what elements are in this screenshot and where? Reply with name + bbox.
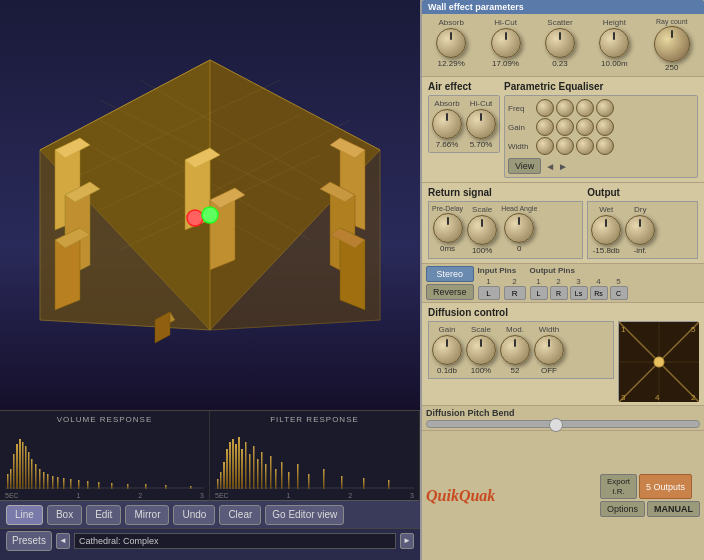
head-angle-label: Head Angle: [501, 205, 537, 212]
svg-rect-73: [270, 456, 272, 489]
eq-gain-knob4[interactable]: [596, 118, 614, 136]
clear-button[interactable]: Clear: [219, 505, 261, 525]
air-hicut-value: 5.70%: [470, 140, 493, 149]
hicut-control: Hi-Cut 17.09%: [491, 18, 521, 72]
svg-rect-61: [226, 449, 228, 489]
options-button[interactable]: Options: [600, 501, 645, 517]
svg-rect-36: [19, 439, 21, 489]
undo-button[interactable]: Undo: [173, 505, 215, 525]
pitch-bend-slider[interactable]: [426, 420, 700, 428]
mirror-button[interactable]: Mirror: [125, 505, 169, 525]
air-hicut-control: Hi-Cut 5.70%: [466, 99, 496, 149]
svg-point-30: [187, 210, 203, 226]
manual-button[interactable]: MANUAL: [647, 501, 700, 517]
volume-response-title: VOLUME RESPONSE: [57, 415, 152, 424]
eq-title: Parametric Equaliser: [504, 81, 698, 92]
svg-text:4: 4: [655, 393, 660, 402]
output-pin4-num: 4: [590, 277, 608, 286]
go-editor-button[interactable]: Go Editor view: [265, 505, 344, 525]
presets-button[interactable]: Presets: [6, 531, 52, 551]
quikquak-logo: QuikQuak: [426, 487, 596, 505]
svg-rect-68: [249, 454, 251, 489]
input-pin1-num: 1: [478, 277, 500, 286]
room-minimap: 1 5 3 2 4: [618, 321, 698, 401]
eq-width-knob1[interactable]: [536, 137, 554, 155]
viewport-3d[interactable]: RaySpace: [0, 0, 420, 410]
output-pin3-button[interactable]: Ls: [570, 286, 588, 300]
preset-next-button[interactable]: ►: [400, 533, 414, 549]
svg-rect-47: [63, 478, 65, 489]
predelay-control: Pre-Delay 0ms: [432, 205, 463, 255]
svg-rect-66: [241, 449, 243, 489]
volume-time-labels: 5EC 1 2 3: [5, 492, 204, 499]
eq-freq-label: Freq: [508, 104, 534, 113]
output-pin5-button[interactable]: C: [610, 286, 628, 300]
svg-rect-63: [232, 439, 234, 489]
return-signal-title: Return signal: [428, 187, 583, 198]
io-pins-section: Stereo Reverse Input Pins 1 L 2 R: [422, 264, 704, 303]
pitch-bend-thumb[interactable]: [549, 418, 563, 432]
air-hicut-knob[interactable]: [466, 109, 496, 139]
height-knob[interactable]: [599, 28, 629, 58]
output-pin1-button[interactable]: L: [530, 286, 548, 300]
eq-width-label: Width: [508, 142, 534, 151]
svg-rect-38: [25, 446, 27, 489]
eq-width-knob3[interactable]: [576, 137, 594, 155]
input-pin2-button[interactable]: R: [504, 286, 526, 300]
eq-gain-row: Gain: [508, 118, 694, 136]
eq-view-button[interactable]: View: [508, 158, 541, 174]
diff-gain-knob[interactable]: [432, 335, 462, 365]
diff-mod-label: Mod.: [506, 325, 524, 334]
air-absorb-knob[interactable]: [432, 109, 462, 139]
ray-count-knob[interactable]: [654, 26, 690, 62]
output-pin2-button[interactable]: R: [550, 286, 568, 300]
wet-label: Wet: [599, 205, 613, 214]
toolbar: Line Box Edit Mirror Undo Clear Go Edito…: [0, 500, 420, 528]
eq-freq-knob2[interactable]: [556, 99, 574, 117]
diff-scale-knob[interactable]: [466, 335, 496, 365]
edit-button[interactable]: Edit: [86, 505, 121, 525]
eq-width-knob2[interactable]: [556, 137, 574, 155]
diff-mod-knob[interactable]: [500, 335, 530, 365]
svg-text:2: 2: [691, 393, 696, 402]
dry-value: -inf.: [634, 246, 647, 255]
diff-gain-control: Gain 0.1db: [432, 325, 462, 375]
svg-rect-45: [52, 476, 54, 489]
mode-buttons: Stereo Reverse: [426, 266, 474, 300]
scatter-label: Scatter: [547, 18, 572, 27]
eq-width-knob4[interactable]: [596, 137, 614, 155]
eq-freq-knob3[interactable]: [576, 99, 594, 117]
input-pin1-button[interactable]: L: [478, 286, 500, 300]
export-ir-button[interactable]: Export I.R.: [600, 474, 637, 499]
hicut-knob[interactable]: [491, 28, 521, 58]
diff-gain-label: Gain: [439, 325, 456, 334]
preset-prev-button[interactable]: ◄: [56, 533, 70, 549]
reverse-button[interactable]: Reverse: [426, 284, 474, 300]
right-panel: Wall effect parameters Absorb 12.29% Hi-…: [420, 0, 704, 560]
absorb-knob[interactable]: [436, 28, 466, 58]
eq-freq-knob4[interactable]: [596, 99, 614, 117]
eq-box: Freq Gain: [504, 95, 698, 178]
box-button[interactable]: Box: [47, 505, 82, 525]
pitch-bend-section: Diffusion Pitch Bend: [422, 406, 704, 431]
wet-knob[interactable]: [591, 215, 621, 245]
head-angle-knob[interactable]: [504, 213, 534, 243]
eq-freq-knob1[interactable]: [536, 99, 554, 117]
output-pin4-button[interactable]: Rs: [590, 286, 608, 300]
scatter-knob[interactable]: [545, 28, 575, 58]
predelay-knob[interactable]: [433, 213, 463, 243]
diff-mod-control: Mod. 52: [500, 325, 530, 375]
svg-rect-75: [281, 462, 283, 489]
line-button[interactable]: Line: [6, 505, 43, 525]
action-buttons: Export I.R. 5 Outputs Options MANUAL: [600, 474, 700, 517]
eq-gain-knob1[interactable]: [536, 118, 554, 136]
dry-knob[interactable]: [625, 215, 655, 245]
eq-gain-knob2[interactable]: [556, 118, 574, 136]
stereo-button[interactable]: Stereo: [426, 266, 474, 282]
eq-gain-knob3[interactable]: [576, 118, 594, 136]
scale-knob[interactable]: [467, 215, 497, 245]
five-outputs-button[interactable]: 5 Outputs: [639, 474, 692, 499]
bottom-graphs: VOLUME RESPONSE // Will be rendered belo…: [0, 410, 420, 500]
diff-width-knob[interactable]: [534, 335, 564, 365]
volume-waveform: // Will be rendered below as inline SVG …: [5, 434, 204, 489]
